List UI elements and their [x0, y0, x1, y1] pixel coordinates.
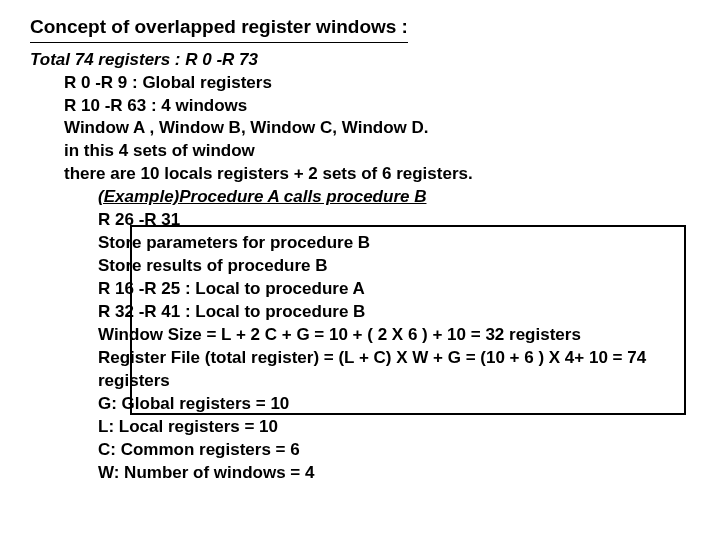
document-page: Concept of overlapped register windows :… — [0, 0, 720, 484]
text-line: there are 10 locals registers + 2 sets o… — [64, 163, 720, 186]
text-line: C: Common registers = 6 — [98, 439, 720, 462]
text-line: in this 4 sets of window — [64, 140, 720, 163]
example-heading: (Example)Procedure A calls procedure B — [98, 186, 720, 209]
text-line: Window Size = L + 2 C + G = 10 + ( 2 X 6… — [98, 324, 720, 347]
text-line: Store results of procedure B — [98, 255, 720, 278]
text-line: R 10 -R 63 : 4 windows — [64, 95, 720, 118]
text-line: W: Number of windows = 4 — [98, 462, 720, 485]
text-line: G: Global registers = 10 — [98, 393, 720, 416]
text-line: L: Local registers = 10 — [98, 416, 720, 439]
text-line: Total 74 registers : R 0 -R 73 — [30, 49, 720, 72]
text-line: R 0 -R 9 : Global registers — [64, 72, 720, 95]
text-line: Register File (total register) = (L + C)… — [98, 347, 720, 393]
text-line: Window A , Window B, Window C, Window D. — [64, 117, 720, 140]
text-line: R 26 -R 31 — [98, 209, 720, 232]
text-line: R 32 -R 41 : Local to procedure B — [98, 301, 720, 324]
text-line: R 16 -R 25 : Local to procedure A — [98, 278, 720, 301]
text-line: Store parameters for procedure B — [98, 232, 720, 255]
document-title: Concept of overlapped register windows : — [30, 14, 408, 43]
